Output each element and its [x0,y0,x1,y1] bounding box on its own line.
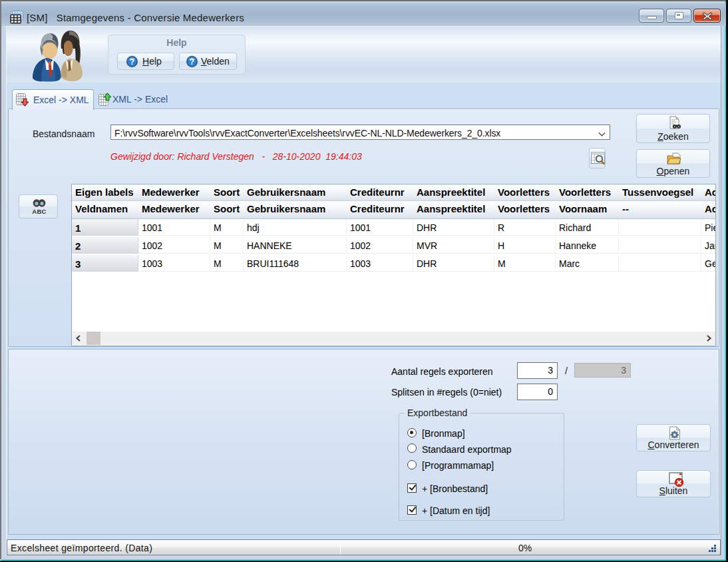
svg-text:?: ? [190,57,194,67]
svg-text:?: ? [130,57,134,67]
svg-text:ABC: ABC [32,208,46,215]
